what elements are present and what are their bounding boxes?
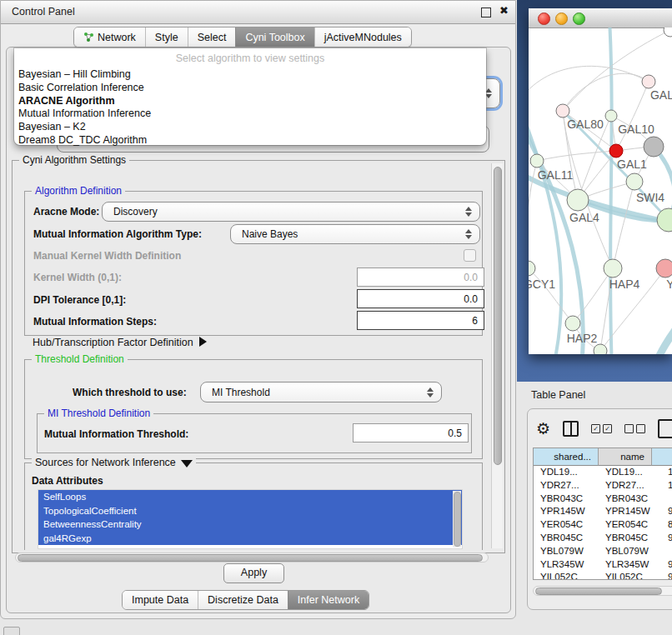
settings-horizontal-scrollbar[interactable]: [15, 552, 489, 562]
mi-threshold-label: Mutual Information Threshold:: [44, 428, 188, 440]
tab-cyni-toolbox[interactable]: Cyni Toolbox: [235, 28, 313, 47]
mi-threshold-field[interactable]: 0.5: [353, 423, 469, 442]
network-canvas[interactable]: GALGAL80GAL10GAL1GAL11SWI4GAL4GCY1HAP4YH…: [529, 28, 672, 354]
split-panel-icon[interactable]: [563, 421, 579, 437]
scrollbar-thumb[interactable]: [454, 492, 461, 547]
tab-select[interactable]: Select: [188, 28, 236, 47]
control-panel-titlebar[interactable]: Control Panel ✖: [1, 1, 515, 24]
network-node[interactable]: [556, 104, 569, 118]
table-row[interactable]: YIL052CYIL052C9: [534, 571, 672, 580]
network-node-gal11[interactable]: [530, 154, 544, 168]
attribute-item-gal4rgexp[interactable]: gal4RGexp: [38, 532, 462, 546]
network-window-titlebar[interactable]: [529, 8, 672, 28]
network-node[interactable]: [594, 344, 607, 354]
mi-steps-field[interactable]: 6: [357, 311, 484, 330]
close-icon[interactable]: ✖: [499, 4, 509, 17]
algorithm-definition-group: Algorithm Definition Aracne Mode: Discov…: [24, 191, 483, 336]
algorithm-option-basic-correlation-inference[interactable]: Basic Correlation Inference: [17, 82, 484, 95]
manual-kernel-checkbox[interactable]: [464, 249, 476, 262]
aracne-mode-combo[interactable]: Discovery: [102, 202, 480, 222]
network-edge: [563, 73, 649, 111]
node-table[interactable]: shared...nameA YDL19...YDL19...13YDR27..…: [533, 448, 672, 580]
network-node-gal4[interactable]: [567, 189, 589, 211]
scrollbar-thumb[interactable]: [535, 588, 662, 595]
which-threshold-combo[interactable]: MI Threshold: [200, 382, 442, 402]
column-header-a[interactable]: A: [652, 448, 672, 466]
table-row[interactable]: YDL19...YDL19...13: [534, 466, 672, 479]
table-row[interactable]: YBL079WYBL079W: [534, 545, 672, 558]
table-cell: YDL19...: [599, 466, 652, 479]
close-traffic-light-icon[interactable]: [538, 12, 550, 25]
table-row[interactable]: YER054CYER054C8.: [534, 518, 672, 532]
network-node-hap4[interactable]: [604, 259, 622, 278]
algorithm-option-bayesian-hill-climbing[interactable]: Bayesian – Hill Climbing: [17, 68, 484, 82]
tab-network[interactable]: Network: [74, 28, 145, 47]
table-cell: 12: [652, 479, 672, 492]
scrollbar-thumb[interactable]: [18, 554, 483, 562]
apply-button[interactable]: Apply: [223, 563, 284, 583]
network-node-gal[interactable]: [642, 75, 655, 88]
network-node-swi4[interactable]: [657, 208, 672, 232]
table-row[interactable]: YBR045CYBR045C9.: [534, 532, 672, 545]
tab-jactivemnodules[interactable]: jActiveMNodules: [314, 28, 411, 47]
bottom-tab-infer-network[interactable]: Infer Network: [288, 591, 369, 609]
dpi-tolerance-field[interactable]: 0.0: [357, 289, 484, 308]
mi-type-combo[interactable]: Naive Bayes: [230, 224, 480, 244]
network-node-gal1[interactable]: [609, 144, 623, 158]
node-label: GAL: [650, 88, 672, 102]
attribute-item-betweennesscentrality[interactable]: BetweennessCentrality: [38, 518, 462, 532]
settings-vertical-scrollbar[interactable]: [491, 163, 503, 548]
hub-definition-toggle[interactable]: Hub/Transcription Factor Definition: [33, 337, 207, 348]
deselect-all-columns-icon[interactable]: [624, 424, 645, 433]
table-row[interactable]: YDR27...YDR27...12: [534, 479, 672, 492]
network-node-hap2[interactable]: [565, 316, 580, 331]
data-attributes-label: Data Attributes: [32, 475, 103, 487]
network-edge: [529, 268, 573, 323]
new-table-icon[interactable]: [658, 419, 672, 438]
table-header-row: shared...nameA: [534, 448, 672, 466]
attributes-scrollbar[interactable]: [453, 491, 461, 548]
table-horizontal-scrollbar[interactable]: [533, 586, 672, 596]
settings-gear-icon[interactable]: ⚙: [536, 421, 550, 437]
algorithm-option-dream8-dc-tdc-algorithm[interactable]: Dream8 DC_TDC Algorithm: [17, 134, 484, 148]
table-panel-title: Table Panel: [531, 389, 585, 401]
float-icon[interactable]: [481, 8, 491, 18]
algorithm-option-bayesian-k2[interactable]: Bayesian – K2: [17, 121, 484, 134]
combo-spinner-icon: [485, 88, 492, 98]
zoom-traffic-light-icon[interactable]: [573, 12, 585, 25]
sources-group-title[interactable]: Sources for Network Inference: [32, 457, 196, 468]
bottom-tab-discretize-data[interactable]: Discretize Data: [198, 591, 288, 609]
window-title: Control Panel: [12, 6, 75, 18]
algorithm-option-aracne-algorithm[interactable]: ARACNE Algorithm: [17, 95, 484, 108]
collapsed-panel-button[interactable]: [3, 627, 20, 635]
node-label: SWI4: [636, 191, 664, 204]
attribute-item-selfloops[interactable]: SelfLoops: [38, 490, 462, 504]
unchecked-box-icon: [636, 424, 645, 433]
network-node-gal80[interactable]: [605, 110, 617, 122]
cyni-algorithm-settings-group: Cyni Algorithm Settings Algorithm Defini…: [12, 160, 505, 553]
which-threshold-label: Which threshold to use:: [73, 387, 187, 398]
table-row[interactable]: YPR145WYPR145W9.: [534, 505, 672, 518]
network-node-gcy1[interactable]: [529, 261, 535, 276]
node-label: GAL1: [617, 158, 647, 171]
tab-style[interactable]: Style: [145, 28, 188, 47]
select-all-columns-icon[interactable]: ✓ ✓: [591, 424, 612, 433]
network-node[interactable]: [664, 28, 672, 37]
table-row[interactable]: YLR345WYLR345W9.: [534, 558, 672, 572]
network-window[interactable]: GALGAL80GAL10GAL1GAL11SWI4GAL4GCY1HAP4YH…: [529, 8, 672, 354]
kernel-width-field[interactable]: 0.0: [357, 268, 484, 287]
bottom-tab-impute-data[interactable]: Impute Data: [123, 591, 198, 609]
column-header-name[interactable]: name: [599, 448, 652, 466]
network-node-y[interactable]: [656, 259, 672, 278]
minimize-traffic-light-icon[interactable]: [555, 12, 568, 25]
network-edge-strong: [650, 304, 672, 354]
column-header-shared[interactable]: shared...: [534, 448, 599, 466]
table-row[interactable]: YBR043CYBR043C: [534, 492, 672, 506]
algorithm-option-mutual-information-inference[interactable]: Mutual Information Inference: [17, 108, 484, 121]
network-node[interactable]: [626, 173, 643, 190]
network-node-gal10[interactable]: [644, 137, 664, 157]
scrollbar-thumb[interactable]: [494, 167, 502, 465]
data-attributes-list[interactable]: SelfLoopsTopologicalCoefficientBetweenne…: [38, 489, 463, 549]
attribute-item-topologicalcoefficient[interactable]: TopologicalCoefficient: [38, 504, 462, 518]
table-cell: YBR043C: [534, 492, 599, 506]
